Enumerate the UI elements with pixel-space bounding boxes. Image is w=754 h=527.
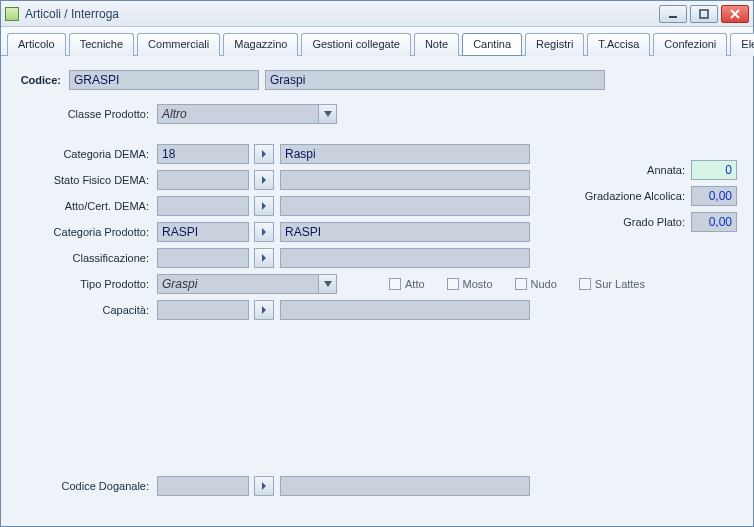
checkbox-nudo[interactable]: Nudo (515, 278, 557, 290)
label-annata: Annata: (647, 164, 685, 176)
classificazione-lookup[interactable] (254, 248, 274, 268)
atto-cert-dema-lookup[interactable] (254, 196, 274, 216)
chevron-down-icon (318, 105, 336, 123)
app-window: Articoli / Interroga Articolo Tecniche C… (0, 0, 754, 527)
capacita-desc[interactable] (280, 300, 530, 320)
stato-fisico-dema-desc[interactable] (280, 170, 530, 190)
label-categoria-prodotto: Categoria Prodotto: (15, 226, 151, 238)
atto-cert-dema-desc[interactable] (280, 196, 530, 216)
checkbox-atto-label: Atto (405, 278, 425, 290)
classe-prodotto-value: Altro (162, 107, 187, 121)
capacita-input[interactable] (157, 300, 249, 320)
tab-cantina[interactable]: Cantina (462, 33, 522, 56)
codice-doganale-input[interactable] (157, 476, 249, 496)
close-button[interactable] (721, 5, 749, 23)
tab-elenco[interactable]: Elenco (730, 33, 754, 56)
codice-doganale-desc[interactable] (280, 476, 530, 496)
checkbox-nudo-label: Nudo (531, 278, 557, 290)
tab-confezioni[interactable]: Confezioni (653, 33, 727, 56)
maximize-button[interactable] (690, 5, 718, 23)
gradazione-alcolica-input[interactable] (691, 186, 737, 206)
stato-fisico-dema-lookup[interactable] (254, 170, 274, 190)
tab-magazzino[interactable]: Magazzino (223, 33, 298, 56)
window-title: Articoli / Interroga (25, 6, 659, 21)
tabstrip: Articolo Tecniche Commerciali Magazzino … (1, 27, 753, 56)
tipo-prodotto-select[interactable]: Graspi (157, 274, 337, 294)
categoria-prodotto-input[interactable] (157, 222, 249, 242)
label-codice: Codice: (15, 74, 63, 86)
classe-prodotto-select[interactable]: Altro (157, 104, 337, 124)
codice-desc[interactable] (265, 70, 605, 90)
tab-taccisa[interactable]: T.Accisa (587, 33, 650, 56)
app-icon (5, 7, 19, 21)
capacita-lookup[interactable] (254, 300, 274, 320)
categoria-prodotto-lookup[interactable] (254, 222, 274, 242)
checkbox-mosto-label: Mosto (463, 278, 493, 290)
label-categoria-dema: Categoria DEMA: (15, 148, 151, 160)
chevron-down-icon (318, 275, 336, 293)
tab-tecniche[interactable]: Tecniche (69, 33, 134, 56)
tipo-prodotto-value: Graspi (162, 277, 197, 291)
label-tipo-prodotto: Tipo Prodotto: (15, 278, 151, 290)
stato-fisico-dema-input[interactable] (157, 170, 249, 190)
svg-rect-1 (700, 10, 708, 18)
label-grado-plato: Grado Plato: (623, 216, 685, 228)
grado-plato-input[interactable] (691, 212, 737, 232)
tab-note[interactable]: Note (414, 33, 459, 56)
codice-doganale-lookup[interactable] (254, 476, 274, 496)
minimize-button[interactable] (659, 5, 687, 23)
label-stato-fisico-dema: Stato Fisico DEMA: (15, 174, 151, 186)
tab-gestioni-collegate[interactable]: Gestioni collegate (301, 33, 410, 56)
categoria-prodotto-desc[interactable] (280, 222, 530, 242)
tab-commerciali[interactable]: Commerciali (137, 33, 220, 56)
label-classe-prodotto: Classe Prodotto: (15, 108, 151, 120)
tab-articolo[interactable]: Articolo (7, 33, 66, 56)
svg-rect-0 (669, 16, 677, 18)
checkbox-sur-lattes[interactable]: Sur Lattes (579, 278, 645, 290)
titlebar: Articoli / Interroga (1, 1, 753, 27)
label-classificazione: Classificazione: (15, 252, 151, 264)
checkbox-atto[interactable]: Atto (389, 278, 425, 290)
tab-registri[interactable]: Registri (525, 33, 584, 56)
checkbox-sur-lattes-label: Sur Lattes (595, 278, 645, 290)
form-body: Codice: Classe Prodotto: Altro Categoria… (1, 56, 753, 526)
checkbox-mosto[interactable]: Mosto (447, 278, 493, 290)
categoria-dema-lookup[interactable] (254, 144, 274, 164)
annata-input[interactable] (691, 160, 737, 180)
label-capacita: Capacità: (15, 304, 151, 316)
categoria-dema-input[interactable] (157, 144, 249, 164)
window-buttons (659, 5, 749, 23)
label-gradazione-alcolica: Gradazione Alcolica: (585, 190, 685, 202)
classificazione-desc[interactable] (280, 248, 530, 268)
atto-cert-dema-input[interactable] (157, 196, 249, 216)
label-codice-doganale: Codice Doganale: (15, 480, 151, 492)
label-atto-cert-dema: Atto/Cert. DEMA: (15, 200, 151, 212)
right-column: Annata: Gradazione Alcolica: Grado Plato… (585, 160, 737, 232)
classificazione-input[interactable] (157, 248, 249, 268)
categoria-dema-desc[interactable] (280, 144, 530, 164)
codice-input[interactable] (69, 70, 259, 90)
